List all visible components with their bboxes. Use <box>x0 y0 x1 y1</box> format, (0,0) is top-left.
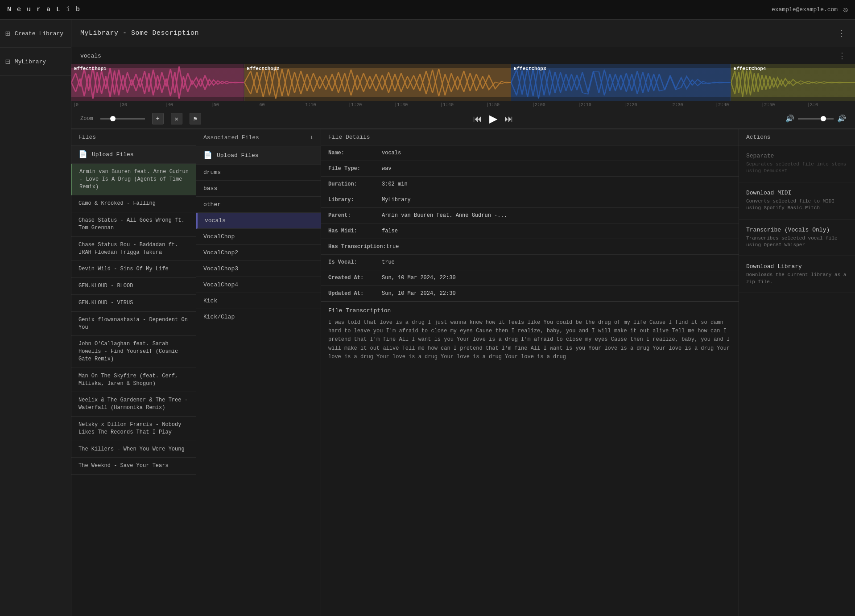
my-library-icon: ⊟ <box>5 57 10 66</box>
detail-val-parent: Armin van Buuren feat. Anne Gudrun -... <box>382 211 507 219</box>
action-separate-desc: Separates selected file into stems using… <box>746 161 848 175</box>
timeline-mark-60: |60 <box>257 103 303 107</box>
transcription-section: File Transcription I was told that love … <box>321 302 739 367</box>
assoc-item-vocalchop4[interactable]: VocalChop4 <box>196 277 321 293</box>
waveform-label-bar: vocals ⋮ <box>71 47 855 64</box>
timeline-mark-220: |2:20 <box>624 103 670 107</box>
detail-key-library: Library: <box>328 196 382 204</box>
assoc-item-kick[interactable]: Kick <box>196 293 321 309</box>
create-library-icon: ⊞ <box>5 29 10 38</box>
timeline-mark-210: |2:10 <box>578 103 624 107</box>
detail-row-filetype: File Type: wav <box>321 161 739 177</box>
assoc-item-vocalchop[interactable]: VocalChop <box>196 229 321 245</box>
volume-mute-icon[interactable]: 🔊 <box>785 114 794 123</box>
detail-row-library: Library: MyLibrary <box>321 192 739 208</box>
file-item-6[interactable]: GEN.KLOUD - BLOOD <box>71 278 196 295</box>
file-item-8[interactable]: Genix flowanastasia - Dependent On You <box>71 312 196 336</box>
detail-row-createdat: Created At: Sun, 10 Mar 2024, 22:30 <box>321 270 739 286</box>
files-upload-label: Upload Files <box>92 151 134 158</box>
file-item-9[interactable]: John O'Callaghan feat. Sarah Howells - F… <box>71 336 196 368</box>
assoc-item-other[interactable]: other <box>196 197 321 213</box>
file-item-3[interactable]: Chase Status - All Goes Wrong ft. Tom Gr… <box>71 212 196 237</box>
logout-icon[interactable]: ⎋ <box>843 5 848 15</box>
assoc-item-vocals[interactable]: vocals <box>196 213 321 229</box>
waveform-section: vocals ⋮ EffectChop1 <box>71 47 855 129</box>
segment-label-effectchop3: EffectChop3 <box>514 66 546 71</box>
assoc-item-vocalchop3[interactable]: VocalChop3 <box>196 261 321 277</box>
assoc-item-vocalchop2[interactable]: VocalChop2 <box>196 245 321 261</box>
segment-effectchop2[interactable]: EffectChop2 <box>244 64 511 101</box>
segment-effectchop1[interactable]: EffectChop1 <box>71 64 244 101</box>
action-separate-title: Separate <box>746 153 848 159</box>
detail-key-hastranscription: Has Transcription: <box>328 243 386 251</box>
detail-key-duration: Duration: <box>328 180 382 188</box>
segment-effectchop4[interactable]: EffectChop4 <box>731 64 855 101</box>
action-download-library[interactable]: Download Library Downloads the current l… <box>739 256 855 293</box>
forward-button[interactable]: ⏭ <box>504 114 513 124</box>
action-download-midi[interactable]: Download MIDI Converts selected file to … <box>739 182 855 219</box>
detail-key-isvocal: Is Vocal: <box>328 258 382 266</box>
sidebar-item-create-library[interactable]: ⊞ Create Library <box>0 20 71 48</box>
detail-key-hasmidi: Has Midi: <box>328 227 382 235</box>
associated-upload-button[interactable]: 📄 Upload Files <box>196 146 321 165</box>
files-upload-button[interactable]: 📄 Upload Files <box>71 145 196 164</box>
file-item-14[interactable]: The Weeknd - Save Your Tears <box>71 458 196 475</box>
rewind-button[interactable]: ⏮ <box>473 114 482 124</box>
waveform-menu-icon[interactable]: ⋮ <box>838 51 846 61</box>
action-transcribe[interactable]: Transcribe (Vocals Only) Transcribes sel… <box>739 219 855 256</box>
timeline-mark-140: |1:40 <box>440 103 486 107</box>
sidebar-my-library-label: MyLibrary <box>15 58 46 65</box>
detail-key-updatedat: Updated At: <box>328 289 382 298</box>
file-item-1[interactable]: Armin van Buuren feat. Anne Gudrun - Lov… <box>71 164 196 195</box>
file-item-11[interactable]: Neelix & The Gardener & The Tree - Water… <box>71 392 196 417</box>
timeline-mark-240: |2:40 <box>715 103 761 107</box>
action-download-library-title: Download Library <box>746 263 848 270</box>
assoc-item-kickclap[interactable]: Kick/Clap <box>196 309 321 325</box>
bookmark-button[interactable]: ⚑ <box>190 113 201 124</box>
file-details-panel: File Details Name: vocals File Type: wav… <box>321 129 739 616</box>
file-item-2[interactable]: Camo & Krooked - Falling <box>71 195 196 212</box>
segment-label-effectchop2: EffectChop2 <box>247 66 280 71</box>
action-separate: Separate Separates selected file into st… <box>739 145 855 182</box>
segment-wave-2 <box>244 64 511 101</box>
zoom-label: Zoom <box>80 116 93 122</box>
library-menu-icon[interactable]: ⋮ <box>837 28 846 39</box>
topbar: N e u r a L i b example@example.com ⎋ <box>0 0 855 20</box>
action-download-midi-desc: Converts selected file to MIDI using Spo… <box>746 198 848 212</box>
associated-files-panel: Associated Files ⬇ 📄 Upload Files drums … <box>196 129 321 616</box>
action-transcribe-desc: Transcribes selected vocal file using Op… <box>746 235 848 249</box>
timeline-mark-40: |40 <box>165 103 211 107</box>
detail-val-hastranscription: true <box>386 243 399 251</box>
file-item-13[interactable]: The Killers - When You Were Young <box>71 441 196 458</box>
file-item-10[interactable]: Man On The Skyfire (feat. Cerf, Mitiska,… <box>71 368 196 393</box>
zoom-add-button[interactable]: + <box>152 113 164 124</box>
zoom-slider[interactable] <box>100 118 145 120</box>
associated-download-icon[interactable]: ⬇ <box>310 134 314 141</box>
library-header: MyLibrary - Some Description ⋮ <box>71 20 855 47</box>
file-item-7[interactable]: GEN.KLOUD - VIRUS <box>71 295 196 312</box>
sidebar-item-my-library[interactable]: ⊟ MyLibrary <box>0 48 71 76</box>
detail-key-filetype: File Type: <box>328 165 382 173</box>
associated-list: drums bass other vocals VocalChop VocalC… <box>196 165 321 616</box>
waveform-canvas[interactable]: EffectChop1 EffectChop2 <box>71 64 855 109</box>
detail-row-duration: Duration: 3:02 min <box>321 177 739 192</box>
timeline-mark-150: |1:50 <box>486 103 532 107</box>
file-item-4[interactable]: Chase Status Bou - Baddadan ft. IRAH Flo… <box>71 237 196 261</box>
timeline-marks: |0 |30 |40 |50 |60 |1:10 |1:20 |1:30 |1:… <box>71 103 855 107</box>
transcription-text: I was told that love is a drug I just wa… <box>328 318 731 361</box>
content-area: MyLibrary - Some Description ⋮ vocals ⋮ … <box>71 20 855 616</box>
timeline-mark-130: |1:30 <box>394 103 440 107</box>
library-title: MyLibrary - Some Description <box>80 29 199 37</box>
timeline-mark-30: |30 <box>119 103 165 107</box>
volume-slider[interactable] <box>798 118 834 120</box>
play-button[interactable]: ▶ <box>489 112 497 125</box>
assoc-item-drums[interactable]: drums <box>196 165 321 181</box>
zoom-clear-button[interactable]: ✕ <box>171 113 182 124</box>
assoc-item-bass[interactable]: bass <box>196 181 321 197</box>
detail-row-isvocal: Is Vocal: true <box>321 255 739 270</box>
main-layout: ⊞ Create Library ⊟ MyLibrary MyLibrary -… <box>0 20 855 616</box>
segment-label-effectchop1: EffectChop1 <box>74 66 107 71</box>
segment-effectchop3[interactable]: EffectChop3 <box>511 64 731 101</box>
file-item-12[interactable]: Netsky x Dillon Francis - Nobody Likes T… <box>71 417 196 441</box>
file-item-5[interactable]: Devin Wild - Sins Of My Life <box>71 261 196 278</box>
